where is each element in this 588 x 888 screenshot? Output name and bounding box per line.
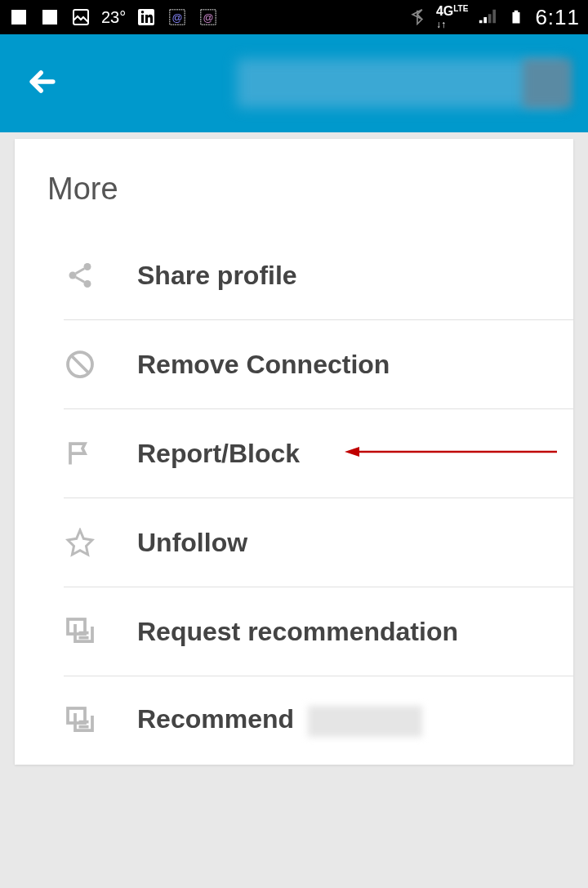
menu-item-label: Share profile xyxy=(137,261,297,291)
menu-list: Share profile Remove Connection Report/B… xyxy=(15,231,573,765)
flag-icon xyxy=(64,437,96,470)
back-arrow-icon[interactable] xyxy=(24,64,60,103)
mail-icon: @ xyxy=(198,7,219,28)
linkedin-icon xyxy=(136,7,157,28)
mail-icon: @ xyxy=(167,7,188,28)
svg-marker-13 xyxy=(345,447,359,457)
bluetooth-icon xyxy=(407,7,428,28)
svg-rect-6 xyxy=(513,12,520,24)
menu-item-recommend[interactable]: Recommend xyxy=(64,676,573,765)
menu-item-request-recommendation[interactable]: Request recommendation xyxy=(64,587,573,676)
status-bar: 23° @ @ 4GLTE ↓↑ 6:11 xyxy=(0,0,588,34)
menu-item-label: Request recommendation xyxy=(137,617,458,647)
block-icon xyxy=(64,348,96,381)
svg-text:@: @ xyxy=(203,11,214,24)
battery-icon xyxy=(506,7,527,28)
share-icon xyxy=(64,259,96,292)
more-menu-card: More Share profile Remove Connection Rep… xyxy=(15,139,573,765)
annotation-arrow-icon xyxy=(345,440,557,467)
redacted-name xyxy=(308,706,422,737)
menu-item-remove-connection[interactable]: Remove Connection xyxy=(64,320,573,409)
network-label: 4GLTE ↓↑ xyxy=(436,5,469,29)
svg-rect-7 xyxy=(514,11,519,12)
svg-point-8 xyxy=(84,263,91,270)
svg-text:@: @ xyxy=(172,11,183,24)
recommend-icon xyxy=(64,615,96,648)
header-avatar-redacted xyxy=(523,59,572,108)
facebook-icon xyxy=(8,7,29,28)
facebook-icon xyxy=(39,7,60,28)
menu-item-label: Recommend xyxy=(137,704,422,737)
clock-label: 6:11 xyxy=(535,5,580,30)
status-right: 4GLTE ↓↑ 6:11 xyxy=(407,5,580,30)
header-title-redacted xyxy=(237,59,564,108)
menu-item-label: Unfollow xyxy=(137,528,247,558)
menu-item-unfollow[interactable]: Unfollow xyxy=(64,498,573,587)
temperature-label: 23° xyxy=(101,8,126,27)
status-left: 23° @ @ xyxy=(8,7,407,28)
menu-item-label: Remove Connection xyxy=(137,350,390,380)
menu-item-label: Report/Block xyxy=(137,439,300,469)
svg-point-9 xyxy=(69,272,77,279)
image-icon xyxy=(70,7,91,28)
signal-icon xyxy=(476,7,497,28)
star-icon xyxy=(64,526,96,559)
app-header xyxy=(0,34,588,132)
recommend-icon xyxy=(64,704,96,737)
menu-item-report-block[interactable]: Report/Block xyxy=(64,409,573,498)
card-title: More xyxy=(15,139,573,231)
svg-point-10 xyxy=(84,280,91,288)
menu-item-share-profile[interactable]: Share profile xyxy=(64,231,573,320)
